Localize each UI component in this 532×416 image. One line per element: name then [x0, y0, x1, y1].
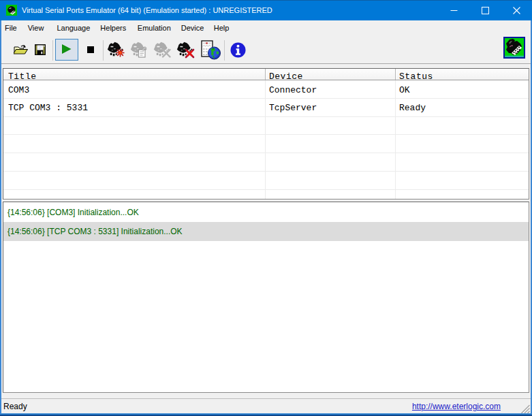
column-header-title[interactable]: Title: [3, 69, 265, 80]
empty-row: [3, 172, 529, 190]
empty-cell: [265, 190, 395, 200]
close-icon: [513, 7, 520, 14]
cell-title: COM3: [3, 80, 265, 98]
menu-view[interactable]: View: [28, 21, 44, 35]
menu-helpers[interactable]: Helpers: [100, 21, 126, 35]
empty-row: [3, 190, 529, 200]
window-border-left: [0, 20, 1, 416]
cell-status: OK: [395, 80, 529, 98]
toolbar-separator: [224, 40, 225, 61]
minimize-button[interactable]: [438, 0, 469, 20]
tool-bar: [1, 36, 531, 64]
device-row-com3[interactable]: COM3 Connector OK: [3, 80, 529, 99]
device-table: Title Device Status COM3 Connector OK TC…: [3, 68, 529, 199]
log-entry-selected[interactable]: {14:56:06} [TCP COM3 : 5331] Initializat…: [3, 222, 529, 241]
start-emulation-button[interactable]: [55, 39, 78, 61]
menu-emulation[interactable]: Emulation: [138, 21, 171, 35]
empty-row: [3, 153, 529, 172]
device-table-header: Title Device Status: [3, 69, 529, 80]
empty-cell: [265, 153, 395, 171]
empty-cell: [395, 117, 529, 135]
cell-device: TcpServer: [265, 99, 395, 116]
empty-cell: [395, 190, 529, 200]
maximize-icon: [482, 7, 489, 14]
empty-cell: [265, 135, 395, 153]
empty-cell: [395, 153, 529, 171]
device-report-button[interactable]: [200, 39, 221, 61]
column-header-status[interactable]: Status: [395, 69, 529, 80]
empty-cell: [3, 153, 265, 171]
menu-language[interactable]: Language: [57, 21, 90, 35]
minimize-icon: [450, 7, 458, 14]
window-title: Virtual Serial Ports Emulator (64 bit) (…: [22, 0, 272, 20]
cell-status: Ready: [395, 99, 529, 116]
menu-bar: File View Language Helpers Emulation Dev…: [1, 20, 531, 36]
empty-cell: [3, 172, 265, 189]
maximize-button[interactable]: [469, 0, 501, 20]
vspe-logo: [503, 37, 525, 59]
status-message: Ready: [3, 402, 27, 411]
stop-emulation-button[interactable]: [83, 42, 98, 57]
floppy-disk-icon: [35, 44, 46, 55]
website-link[interactable]: http://www.eterlogic.com: [412, 402, 501, 411]
toolbar-separator: [52, 40, 53, 61]
menu-help[interactable]: Help: [214, 21, 230, 35]
empty-cell: [395, 172, 529, 189]
menu-file[interactable]: File: [5, 21, 17, 35]
device-row-tcp[interactable]: TCP COM3 : 5331 TcpServer Ready: [3, 99, 529, 117]
column-header-device[interactable]: Device: [265, 69, 395, 80]
play-icon: [62, 44, 72, 54]
about-button[interactable]: [228, 42, 247, 59]
menu-device[interactable]: Device: [181, 21, 204, 35]
empty-row: [3, 135, 529, 153]
status-bar: Ready http://www.eterlogic.com: [1, 399, 531, 413]
toolbar-separator: [103, 40, 104, 61]
empty-cell: [265, 117, 395, 135]
device-properties-icon: [129, 40, 148, 59]
cell-device: Connector: [265, 80, 395, 98]
close-button[interactable]: [501, 0, 532, 20]
empty-cell: [3, 117, 265, 135]
window-border-bottom: [0, 413, 532, 416]
open-folder-icon: [14, 44, 29, 56]
document-globe-icon: [201, 40, 221, 60]
log-entry[interactable]: {14:56:06} [COM3] Initialization...OK: [3, 203, 529, 222]
app-icon: [6, 5, 17, 16]
empty-cell: [3, 190, 265, 200]
delete-all-devices-button[interactable]: [175, 39, 195, 60]
create-device-button[interactable]: [106, 39, 125, 60]
empty-cell: [3, 135, 265, 153]
cell-title: TCP COM3 : 5331: [3, 99, 265, 116]
device-delete-icon: [153, 40, 172, 59]
empty-cell: [265, 172, 395, 189]
device-new-icon: [106, 40, 125, 59]
save-button[interactable]: [33, 43, 48, 57]
resize-grip[interactable]: [520, 404, 530, 413]
info-icon: [230, 42, 246, 58]
title-bar: Virtual Serial Ports Emulator (64 bit) (…: [0, 0, 532, 20]
open-button[interactable]: [12, 42, 30, 57]
delete-device-button[interactable]: [152, 39, 172, 60]
log-list: {14:56:06} [COM3] Initialization...OK {1…: [3, 202, 529, 393]
device-delete-all-icon: [176, 40, 195, 59]
empty-row: [3, 117, 529, 135]
device-properties-button[interactable]: [129, 39, 148, 60]
stop-icon: [87, 46, 94, 53]
app-window: Virtual Serial Ports Emulator (64 bit) (…: [0, 0, 532, 416]
empty-cell: [395, 135, 529, 153]
